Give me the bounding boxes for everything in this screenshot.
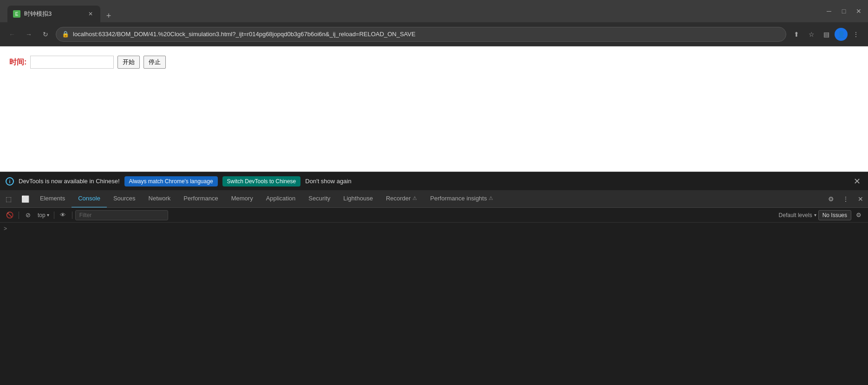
context-chevron: ▾ [47, 212, 49, 218]
tab-area: E 时钟模拟3 ✕ + [7, 0, 820, 22]
context-selector[interactable]: top ▾ [36, 210, 51, 220]
tab-lighthouse[interactable]: Lighthouse [337, 190, 379, 208]
devtools-right-controls: ⚙ ⋮ ✕ [823, 190, 868, 208]
devtools-close-button[interactable]: ✕ [853, 190, 868, 208]
maximize-button[interactable]: □ [838, 6, 849, 17]
tab-network[interactable]: Network [142, 190, 177, 208]
tab-performance[interactable]: Performance [177, 190, 224, 208]
console-prompt-icon: > [4, 225, 7, 232]
minimize-button[interactable]: ─ [823, 6, 835, 17]
tab-performance-insights[interactable]: Performance insights ⚠ [424, 190, 500, 208]
page-content: 时间: 开始 停止 [0, 46, 868, 172]
tab-recorder[interactable]: Recorder ⚠ [379, 190, 424, 208]
sidebar-icon-button[interactable]: ▤ [820, 28, 833, 41]
tab-close-button[interactable]: ✕ [86, 10, 95, 18]
lock-icon: 🔒 [62, 31, 69, 38]
default-levels-chevron: ▾ [814, 212, 816, 218]
devtools-inspect-icon[interactable]: ⬚ [0, 190, 17, 208]
clear-console-button[interactable]: 🚫 [4, 209, 16, 221]
switch-to-chinese-button[interactable]: Switch DevTools to Chinese [222, 176, 301, 186]
filter-toggle-button[interactable]: ⊘ [22, 209, 34, 221]
chrome-menu-button[interactable]: ⋮ [849, 28, 862, 41]
tab-security[interactable]: Security [302, 190, 337, 208]
notification-close-button[interactable]: ✕ [851, 176, 862, 187]
tab-title: 时钟模拟3 [24, 10, 83, 18]
url-text: localhost:63342/BOM_DOM/41.%20Clock_simu… [73, 31, 780, 38]
dont-show-again-link[interactable]: Don't show again [305, 178, 351, 185]
bookmark-icon-button[interactable]: ☆ [805, 28, 818, 41]
title-bar: E 时钟模拟3 ✕ + ─ □ ✕ [0, 0, 868, 22]
reload-button[interactable]: ↻ [39, 28, 52, 41]
devtools-tab-bar: ⬚ ⬜ Elements Console Sources Network Per… [0, 190, 868, 208]
url-bar[interactable]: 🔒 localhost:63342/BOM_DOM/41.%20Clock_si… [56, 27, 786, 42]
notification-message: DevTools is now available in Chinese! [19, 178, 120, 185]
forward-button[interactable]: → [22, 28, 35, 41]
share-icon-button[interactable]: ⬆ [790, 28, 803, 41]
notification-info-icon: i [6, 177, 14, 186]
time-input[interactable] [30, 56, 114, 69]
tab-console[interactable]: Console [72, 190, 107, 208]
devtools-panel: ⬚ ⬜ Elements Console Sources Network Per… [0, 190, 868, 385]
active-tab[interactable]: E 时钟模拟3 ✕ [7, 6, 100, 22]
devtools-settings-button[interactable]: ⚙ [823, 190, 838, 208]
tab-elements[interactable]: Elements [33, 190, 72, 208]
tab-sources[interactable]: Sources [107, 190, 142, 208]
devtools-notification: i DevTools is now available in Chinese! … [0, 172, 868, 190]
tab-memory[interactable]: Memory [225, 190, 260, 208]
page-inner: 时间: 开始 停止 [0, 46, 868, 78]
always-match-language-button[interactable]: Always match Chrome's language [124, 176, 218, 186]
devtools-device-icon[interactable]: ⬜ [17, 190, 33, 208]
filter-input[interactable] [75, 210, 168, 220]
eye-icon-button[interactable]: 👁 [57, 209, 69, 221]
toolbar-divider-3 [72, 212, 72, 219]
window-controls-right: ─ □ ✕ [823, 6, 864, 17]
toolbar-divider-2 [54, 212, 54, 219]
default-levels-label: Default levels [779, 212, 812, 218]
back-button[interactable]: ← [6, 28, 19, 41]
tab-application[interactable]: Application [260, 190, 302, 208]
browser-window: E 时钟模拟3 ✕ + ─ □ ✕ ← → ↻ 🔒 localhost:6334… [0, 0, 868, 385]
console-settings-button[interactable]: ⚙ [853, 210, 864, 220]
new-tab-button[interactable]: + [102, 9, 115, 22]
toolbar-divider-1 [19, 212, 19, 219]
address-bar: ← → ↻ 🔒 localhost:63342/BOM_DOM/41.%20Cl… [0, 22, 868, 46]
no-issues-button[interactable]: No Issues [818, 210, 851, 220]
tab-favicon: E [13, 10, 20, 18]
close-button[interactable]: ✕ [853, 6, 864, 17]
default-levels-selector[interactable]: Default levels ▾ [779, 212, 816, 218]
address-bar-right: ⬆ ☆ ▤ 👤 ⋮ [790, 28, 862, 41]
stop-button[interactable]: 停止 [144, 56, 166, 69]
devtools-more-button[interactable]: ⋮ [838, 190, 853, 208]
time-label: 时间: [9, 58, 26, 67]
console-toolbar: 🚫 ⊘ top ▾ 👁 Default levels ▾ No Issues ⚙ [0, 208, 868, 223]
console-prompt-line: > [0, 225, 868, 233]
start-button[interactable]: 开始 [117, 56, 140, 69]
console-output: > [0, 223, 868, 385]
profile-avatar[interactable]: 👤 [835, 28, 848, 41]
context-label: top [38, 212, 46, 218]
